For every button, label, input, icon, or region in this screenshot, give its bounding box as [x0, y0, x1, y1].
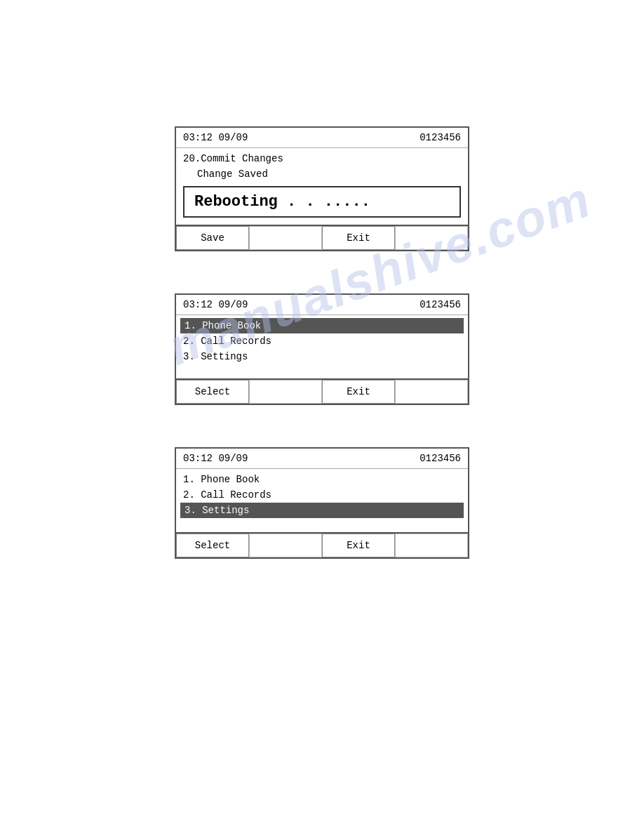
screen3-spacer: [183, 518, 461, 525]
screen3-footer: Select Exit: [176, 532, 468, 557]
screen3-btn-empty1: [249, 534, 322, 557]
screen1-body: 20.Commit Changes Change Saved Rebooting…: [176, 148, 468, 225]
screen2-number: 0123456: [420, 299, 461, 310]
screen2-line1: 1. Phone Book: [180, 318, 464, 333]
screen2-btn-select[interactable]: Select: [176, 380, 249, 404]
screen1-reboot-text: Rebooting . . .....: [194, 193, 370, 211]
screen3-number: 0123456: [420, 453, 461, 464]
screen3-btn-select[interactable]: Select: [176, 534, 249, 557]
screen2-footer: Select Exit: [176, 378, 468, 404]
page-container: manualshive.com 03:12 09/09 0123456 20.C…: [0, 0, 644, 834]
screen2-btn-empty1: [249, 380, 322, 404]
screen2-btn-exit[interactable]: Exit: [322, 380, 395, 404]
screen1-btn-save[interactable]: Save: [176, 226, 249, 250]
screen2-spacer: [183, 364, 461, 371]
screen2: 03:12 09/09 0123456 1. Phone Book 2. Cal…: [175, 293, 469, 405]
screen3-body: 1. Phone Book 2. Call Records 3. Setting…: [176, 469, 468, 532]
screen1-footer: Save Exit: [176, 225, 468, 250]
screen3-btn-exit[interactable]: Exit: [322, 534, 395, 557]
screen3: 03:12 09/09 0123456 1. Phone Book 2. Cal…: [175, 447, 469, 559]
screen1-header: 03:12 09/09 0123456: [176, 128, 468, 148]
screen3-time: 03:12 09/09: [183, 453, 248, 464]
screen3-line1: 1. Phone Book: [183, 472, 461, 487]
screen3-btn-empty2: [395, 534, 468, 557]
screen1-btn-empty2: [395, 226, 468, 250]
screen2-line3: 3. Settings: [183, 349, 461, 364]
screen1: 03:12 09/09 0123456 20.Commit Changes Ch…: [175, 126, 469, 251]
screen1-btn-empty1: [249, 226, 322, 250]
screen1-time: 03:12 09/09: [183, 132, 248, 143]
screen1-reboot-box: Rebooting . . .....: [183, 186, 461, 218]
screen1-btn-exit[interactable]: Exit: [322, 226, 395, 250]
screen3-line2: 2. Call Records: [183, 487, 461, 503]
screen3-line3: 3. Settings: [180, 503, 464, 518]
screen2-time: 03:12 09/09: [183, 299, 248, 310]
screen1-line2: Change Saved: [183, 166, 461, 182]
screen3-header: 03:12 09/09 0123456: [176, 449, 468, 469]
screen1-number: 0123456: [420, 132, 461, 143]
screen2-body: 1. Phone Book 2. Call Records 3. Setting…: [176, 315, 468, 378]
screen1-line1: 20.Commit Changes: [183, 151, 461, 166]
screen2-line2: 2. Call Records: [183, 333, 461, 349]
screen2-header: 03:12 09/09 0123456: [176, 295, 468, 315]
screen2-btn-empty2: [395, 380, 468, 404]
